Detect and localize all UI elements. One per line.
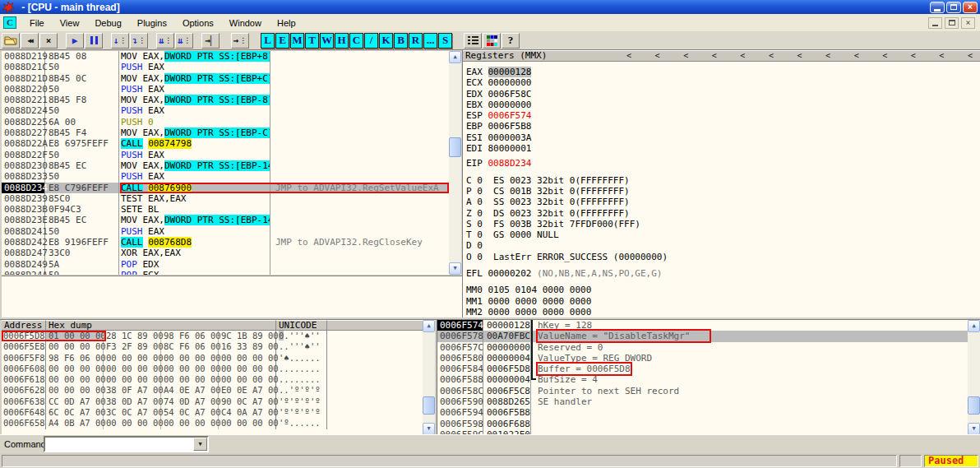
- scrollbar-up-button[interactable]: ▲: [968, 320, 980, 332]
- go-to-address-button[interactable]: →⋮: [231, 33, 249, 49]
- view-/-button[interactable]: /: [364, 33, 378, 49]
- view-S-button[interactable]: S: [438, 33, 452, 49]
- disasm-row[interactable]: 0088D21D8B45 0CMOV EAX,DWORD PTR SS:[EBP…: [2, 73, 449, 84]
- scrollbar-up-button[interactable]: ▲: [449, 51, 461, 63]
- register-line[interactable]: EIP 0088D234: [466, 158, 980, 169]
- animate-over-button[interactable]: ⇊⋮: [175, 33, 193, 49]
- step-into-button[interactable]: ↓⋮: [111, 33, 129, 49]
- minimize-button[interactable]: [930, 2, 945, 13]
- hexdump-row[interactable]: 0006F6486C 0C A7 003C 0C A7 0054 0C A7 0…: [2, 407, 423, 418]
- column-collapse-chevron[interactable]: <: [911, 51, 916, 61]
- view-R-button[interactable]: R: [409, 33, 423, 49]
- register-line[interactable]: O 0 LastErr ERROR_SUCCESS (00000000): [466, 252, 980, 262]
- stack-row[interactable]: 0006F5900088D265SE handler: [437, 396, 968, 407]
- registers-header[interactable]: Registers (MMX) <<<<<<<<<<<<<: [463, 50, 980, 62]
- disasm-row[interactable]: 0088D2495APOP EDX: [2, 259, 449, 270]
- view-M-button[interactable]: M: [290, 33, 304, 49]
- column-collapse-chevron[interactable]: <: [797, 51, 802, 61]
- stack-pane[interactable]: 0006F57400000128hKey = 1280006F57800A70F…: [437, 320, 968, 435]
- disasm-row[interactable]: 0088D21C50PUSH EAX: [2, 62, 449, 72]
- mdi-close-button[interactable]: ×: [961, 17, 975, 29]
- scrollbar-thumb[interactable]: [423, 396, 435, 415]
- run-button[interactable]: ▶: [66, 33, 84, 49]
- hexdump-row[interactable]: 0006F62800 00 00 0038 0F A7 00A4 0E A7 0…: [2, 385, 423, 396]
- register-line[interactable]: EBP 0006F5B8: [466, 121, 980, 132]
- view-H-button[interactable]: H: [335, 33, 349, 49]
- register-line[interactable]: MM1 0000 0000 0000 0000: [466, 296, 980, 307]
- column-collapse-chevron[interactable]: <: [655, 51, 660, 61]
- column-collapse-chevron[interactable]: <: [882, 51, 887, 61]
- column-collapse-chevron[interactable]: <: [740, 51, 745, 61]
- hexdump-pane[interactable]: Address Hex dump UNICODE 0006F5D801 00 0…: [2, 320, 423, 435]
- disassembly-pane[interactable]: 0088D2198B45 08MOV EAX,DWORD PTR SS:[EBP…: [2, 51, 449, 275]
- register-line[interactable]: A 0 SS 0023 32bit 0(FFFFFFFF): [466, 197, 980, 207]
- registers-pane[interactable]: Registers (MMX) <<<<<<<<<<<<< EAX 000001…: [462, 50, 980, 318]
- disasm-row[interactable]: 0088D242E8 9196FEFFCALL 008768D8JMP to A…: [2, 237, 449, 248]
- close-program-button[interactable]: ×: [39, 33, 58, 49]
- scrollbar-down-button[interactable]: ▼: [968, 423, 980, 435]
- mdi-minimize-button[interactable]: [928, 17, 942, 29]
- disasm-scrollbar[interactable]: ▲ ▼: [449, 51, 461, 275]
- restore-button[interactable]: [946, 2, 961, 13]
- column-collapse-chevron[interactable]: <: [968, 51, 973, 61]
- disasm-row[interactable]: 0088D24A59POP ECX: [2, 270, 449, 275]
- column-collapse-chevron[interactable]: <: [854, 51, 859, 61]
- register-line[interactable]: EAX 00000128: [466, 67, 980, 77]
- cpu-window-icon[interactable]: C: [3, 16, 16, 29]
- hexdump-scrollbar[interactable]: ▲ ▼: [423, 320, 435, 435]
- scrollbar-thumb[interactable]: [449, 137, 461, 157]
- stack-row[interactable]: 0006F5980006F688: [437, 419, 968, 429]
- view-E-button[interactable]: E: [275, 33, 289, 49]
- disasm-row[interactable]: 0088D23E8B45 ECMOV EAX,DWORD PTR SS:[EBP…: [2, 215, 449, 225]
- view-C-button[interactable]: C: [349, 33, 363, 49]
- hexdump-row[interactable]: 0006F5F898 F6 06 0000 00 00 0000 00 00 0…: [2, 353, 423, 364]
- view-W-button[interactable]: W: [320, 33, 334, 49]
- disasm-row[interactable]: 0088D2278B45 F4MOV EAX,DWORD PTR SS:[EBP…: [2, 127, 449, 138]
- register-line[interactable]: T 0 GS 0000 NULL: [466, 229, 980, 240]
- appearance-button[interactable]: [483, 33, 501, 49]
- register-line[interactable]: ESP 0006F574: [466, 110, 980, 121]
- hexdump-row[interactable]: 0006F658A4 0B A7 0000 00 00 0000 00 00 0…: [2, 418, 423, 429]
- view-B-button[interactable]: B: [394, 33, 408, 49]
- stack-row[interactable]: 0006F57400000128hKey = 128: [437, 320, 968, 331]
- disasm-row[interactable]: 0088D23985C0TEST EAX,EAX: [2, 193, 449, 204]
- column-collapse-chevron[interactable]: <: [769, 51, 774, 61]
- register-line[interactable]: MM2 0000 0000 0000 0000: [466, 307, 980, 317]
- disasm-row[interactable]: 0088D22AE8 6975FEFFCALL 00874798: [2, 138, 449, 149]
- column-collapse-chevron[interactable]: <: [939, 51, 944, 61]
- menu-window[interactable]: Window: [222, 16, 270, 30]
- stack-row[interactable]: 0006F5840006F5D8Buffer = 0006F5D8: [437, 364, 968, 374]
- stack-row[interactable]: 0006F58800000004BufSize = 4: [437, 374, 968, 385]
- disasm-row[interactable]: 0088D2308B45 ECMOV EAX,DWORD PTR SS:[EBP…: [2, 160, 449, 171]
- hexdump-row[interactable]: 0006F61800 00 00 0000 00 00 0000 00 00 0…: [2, 374, 423, 385]
- command-combobox[interactable]: ▼: [44, 436, 209, 452]
- stack-row[interactable]: 0006F58000000004ValueType = REG_DWORD: [437, 353, 968, 364]
- windows-list-button[interactable]: [464, 33, 482, 49]
- register-line[interactable]: EFL 00000202 (NO,NB,NE,A,NS,PO,GE,G): [466, 268, 980, 279]
- disasm-row[interactable]: 0088D22050PUSH EAX: [2, 84, 449, 95]
- view-...-button[interactable]: ...: [423, 33, 437, 49]
- title-bar[interactable]: - [CPU - main thread] ×: [0, 0, 980, 14]
- open-file-button[interactable]: [2, 33, 20, 49]
- view-K-button[interactable]: K: [379, 33, 393, 49]
- disasm-row[interactable]: 0088D2256A 00PUSH 0: [2, 117, 449, 127]
- combo-dropdown-button[interactable]: ▼: [193, 438, 207, 451]
- stack-row[interactable]: 0006F57C00000000Reserved = 0: [437, 342, 968, 353]
- disasm-row[interactable]: 0088D234E8 C796FEFFCALL 00876900JMP to A…: [2, 183, 449, 193]
- command-input[interactable]: [45, 438, 193, 451]
- menu-file[interactable]: File: [22, 16, 53, 30]
- register-line[interactable]: Z 0 DS 0023 32bit 0(FFFFFFFF): [466, 208, 980, 219]
- register-line[interactable]: EBX 00000000: [466, 100, 980, 110]
- hexdump-row[interactable]: 0006F60800 00 00 0000 00 00 0000 00 00 0…: [2, 364, 423, 374]
- menu-view[interactable]: View: [53, 16, 88, 30]
- view-L-button[interactable]: L: [261, 33, 275, 49]
- view-T-button[interactable]: T: [305, 33, 319, 49]
- hexdump-address-header[interactable]: Address: [2, 320, 46, 331]
- register-line[interactable]: EDX 0006F58C: [466, 89, 980, 100]
- pause-button[interactable]: [85, 33, 103, 49]
- register-line[interactable]: D 0: [466, 240, 980, 251]
- disasm-row[interactable]: 0088D23B0F94C3SETE BL: [2, 204, 449, 215]
- register-line[interactable]: S 0 FS 003B 32bit 7FFDF000(FFF): [466, 219, 980, 229]
- hexdump-hex-header[interactable]: Hex dump: [46, 320, 276, 331]
- column-collapse-chevron[interactable]: <: [712, 51, 717, 61]
